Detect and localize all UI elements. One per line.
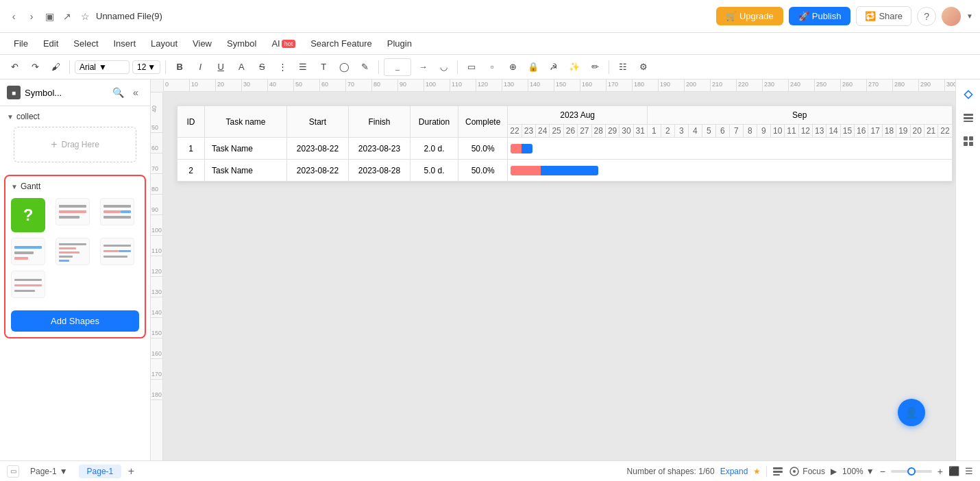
line-tool[interactable]: ⎯ [384,58,411,76]
pen-button[interactable]: ✎ [356,58,373,76]
copy-style-button[interactable]: ☭ [545,58,563,76]
ruler-horizontal: 0 10 20 30 40 50 60 70 80 90 100 110 120… [163,79,955,92]
menu-search-feature[interactable]: Search Feature [304,36,379,51]
menu-select[interactable]: Select [66,36,105,51]
layers-toggle[interactable] [772,466,783,477]
shape-item-6[interactable] [11,271,45,298]
svg-rect-13 [59,256,73,258]
back-icon[interactable]: ‹ [7,10,21,23]
fullscreen-button[interactable]: ⬛ [948,466,959,476]
sep-8: 8 [743,125,757,138]
font-selector[interactable]: Arial ▼ [75,60,130,74]
share-button[interactable]: 🔁 Share [856,6,911,26]
svg-rect-19 [14,279,42,281]
menu-plugin[interactable]: Plugin [380,36,419,51]
effects-button[interactable]: ✨ [565,58,583,76]
bold-button[interactable]: B [171,58,188,76]
collapse-button[interactable]: « [128,85,143,100]
sidebar-toggle-button[interactable]: ☰ [965,466,973,476]
ruler-v-130: 130 [151,277,162,297]
play-button[interactable]: ▶ [831,467,837,476]
format-painter-button[interactable]: 🖌 [47,58,64,76]
shape-item-2[interactable] [100,198,134,225]
day-25: 25 [550,125,563,138]
account-chevron-icon[interactable]: ▼ [966,12,973,20]
redo-button[interactable]: ↷ [26,58,44,76]
search-button[interactable]: 🔍 [110,85,125,100]
cart-icon: 🛒 [726,11,737,21]
add-page-button[interactable]: + [124,465,138,478]
ruler-v-160: 160 [151,338,162,359]
page-tab-page1[interactable]: Page-1 ▼ [22,465,76,478]
shape-item-3[interactable] [11,238,45,265]
ruler-tick-260: 260 [840,79,866,91]
ruler-tick-290: 290 [918,79,944,91]
font-color-button[interactable]: A [232,58,250,76]
page-layout-icon[interactable]: ▭ [7,465,19,478]
svg-rect-6 [103,216,131,219]
zoom-slider[interactable] [891,470,932,473]
publish-button[interactable]: 🚀 Publish [789,7,851,25]
ruler-tick-280: 280 [892,79,918,91]
star-icon[interactable]: ☆ [78,10,92,23]
collect-header[interactable]: ▼ collect [7,112,143,121]
fab-button[interactable]: 👤 [898,399,925,426]
undo-button[interactable]: ↶ [5,58,23,76]
gantt-header[interactable]: ▼ Gantt [11,182,139,191]
menu-edit[interactable]: Edit [36,36,65,51]
add-shapes-button[interactable]: Add Shapes [11,310,139,332]
menu-ai[interactable]: AIhot [265,36,302,51]
frame-button[interactable]: ▭ [463,58,480,76]
drag-here-area[interactable]: + Drag Here [14,127,136,162]
zoom-out-button[interactable]: − [880,466,885,477]
expand-button[interactable]: Expand [720,467,748,476]
menu-layout[interactable]: Layout [144,36,184,51]
shape-item-4[interactable] [56,238,90,265]
text-format-button[interactable]: T [315,58,332,76]
canvas-scroll[interactable]: ID Task name Start Finish Duration Compl… [163,92,955,460]
italic-button[interactable]: I [191,58,209,76]
strikethrough-button[interactable]: S [253,58,271,76]
menu-insert[interactable]: Insert [107,36,143,51]
zoom-in-button[interactable]: + [938,466,943,477]
export-icon[interactable]: ↗ [60,10,74,23]
col-complete: Complete [458,106,508,138]
shape-grid: ? [11,198,139,298]
menu-symbol[interactable]: Symbol [220,36,263,51]
shape-button[interactable]: ◯ [335,58,353,76]
container-button[interactable]: ▫ [483,58,501,76]
forward-icon[interactable]: › [25,10,38,23]
settings-button[interactable]: ⚙ [635,58,652,76]
svg-rect-9 [14,257,28,260]
font-size-chevron-icon: ▼ [147,62,156,72]
shape-item-5[interactable] [100,238,134,265]
align-left-button[interactable]: ⋮ [273,58,291,76]
lock-button[interactable]: 🔒 [524,58,542,76]
font-size-selector[interactable]: 12 ▼ [132,60,160,74]
connector-tool[interactable]: ◡ [434,58,452,76]
shape-item-1[interactable] [56,198,90,225]
right-panel-layers-button[interactable] [959,108,978,127]
shape-item-question[interactable]: ? [11,198,45,232]
right-panel-diamond-button[interactable] [959,85,978,104]
ruler-tick-180: 180 [632,79,658,91]
focus-toggle[interactable]: Focus [789,466,825,477]
align-options-button[interactable]: ☰ [294,58,312,76]
help-button[interactable]: ? [917,7,936,26]
upgrade-button[interactable]: 🛒 Upgrade [716,7,783,25]
table-button[interactable]: ☷ [614,58,632,76]
arrow-tool[interactable]: → [414,58,432,76]
right-panel-grid-button[interactable] [959,132,978,151]
snap-button[interactable]: ⊕ [504,58,522,76]
svg-rect-11 [59,247,76,249]
menu-view[interactable]: View [186,36,219,51]
tab-icon[interactable]: ▣ [42,10,56,23]
sep-15: 15 [840,125,854,138]
underline-button[interactable]: U [212,58,230,76]
edit-button[interactable]: ✏ [586,58,604,76]
sep-3: 3 [674,125,688,138]
symbol-icon: ■ [7,86,21,99]
page-tab-page1-active[interactable]: Page-1 [79,465,122,478]
menu-file[interactable]: File [7,36,35,51]
avatar[interactable] [942,7,961,26]
